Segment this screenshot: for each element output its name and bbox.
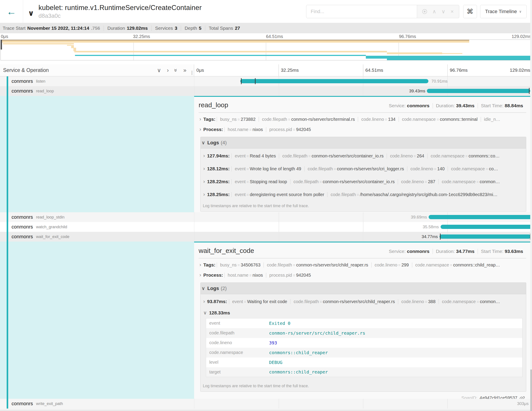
timeline-tick: 96.76ms: [450, 68, 468, 73]
trace-id: d8a3a0c: [38, 12, 202, 19]
indent-guide: [7, 86, 8, 96]
next-result-icon[interactable]: ∨: [441, 9, 446, 15]
span-row-write-exit-path[interactable]: conmonrs write_exit_path 303μs: [0, 399, 532, 409]
timeline-tick: 0μs: [196, 68, 204, 73]
table-row: event Exited 0: [206, 318, 522, 328]
find-tools: ∧ ∨ ×: [417, 5, 459, 18]
tags-accordion[interactable]: › Tags: busy_ns=273882 code.filepath=con…: [199, 114, 526, 124]
detail-indent-column: [0, 96, 194, 212]
span-bar[interactable]: [240, 79, 428, 83]
indent-guide: [7, 242, 8, 399]
logs-header[interactable]: ∨ Logs (2): [200, 283, 526, 294]
span-duration-label: 39.69ms: [411, 215, 427, 220]
prev-result-icon[interactable]: ∧: [432, 9, 436, 15]
collapse-all-icon[interactable]: »: [173, 69, 179, 72]
minimap-span-bar: [441, 53, 462, 54]
scrollbar-thumb[interactable]: [530, 370, 532, 411]
clear-search-icon[interactable]: ×: [451, 9, 454, 15]
span-bar[interactable]: [441, 225, 532, 229]
trace-minimap[interactable]: [0, 39, 532, 60]
log-entry[interactable]: › 93.87ms: event=Waiting for exit code c…: [202, 296, 524, 307]
span-bar[interactable]: [439, 235, 531, 239]
service-name: conmonrs: [11, 88, 33, 94]
chevron-right-icon: ›: [200, 262, 201, 268]
logs-accordion: ∨ Logs (2) › 93.87ms: event=Waiting for …: [200, 283, 526, 392]
span-table-header: Service & Operation ∨ › » » ∥ 0μs 32.25m…: [0, 64, 532, 76]
vertical-scrollbar[interactable]: [530, 0, 532, 411]
minimap-tick: 32.25ms: [133, 34, 150, 39]
expand-one-icon[interactable]: ›: [167, 67, 169, 73]
expand-all-icon[interactable]: »: [183, 67, 186, 73]
table-row: code.namespace conmonrs::child_reaper: [206, 348, 522, 357]
summary-depth: Depth 5: [181, 26, 205, 31]
keyboard-shortcuts-button[interactable]: ⌘: [463, 5, 477, 18]
span-row-read-loop-stdin[interactable]: conmonrs read_loop_stdin 39.69ms: [0, 212, 532, 222]
detail-duration: Duration: 34.77ms: [433, 249, 478, 254]
operation-name: listen: [36, 79, 46, 84]
log-field: code.namespace=conmon…: [439, 299, 503, 304]
tag-chip: code.namespace=conmonrs::child_reap…: [412, 263, 503, 268]
field-value: 393: [266, 338, 522, 348]
logs-header[interactable]: ∨ Logs (4): [200, 137, 526, 148]
tag-chip: code.namespace=conmonrs::terminal: [399, 117, 481, 122]
process-chip: process.pid=942045: [266, 273, 314, 278]
log-field: code.namespace=conmonrs::co…: [427, 153, 503, 158]
span-bar[interactable]: [427, 89, 530, 93]
span-row-listen[interactable]: conmonrs listen 70.91ms: [0, 76, 532, 86]
log-field: event=Read 4 bytes: [231, 153, 279, 158]
process-chip: host.name=nixos: [224, 273, 266, 278]
detail-title: read_loop: [199, 101, 228, 109]
chevron-down-icon: ∨: [203, 310, 207, 316]
span-duration-label: 39.43ms: [409, 88, 425, 93]
chevron-right-icon: ›: [200, 127, 201, 132]
summary-trace-start: Trace Start November 15 2022, 11:24:14.7…: [0, 26, 104, 31]
field-key: target: [206, 367, 266, 377]
span-row-wait-for-exit-code[interactable]: conmonrs wait_for_exit_code 34.77ms: [0, 232, 532, 242]
span-row-read-loop[interactable]: conmonrs read_loop 39.43ms: [0, 86, 532, 96]
minimap-tick: 96.76ms: [399, 34, 416, 39]
service-name: conmonrs: [11, 401, 33, 407]
column-resize-handle[interactable]: ∥: [191, 70, 193, 75]
log-field: code.filepath=conmon-rs/server/src/cri_l…: [304, 166, 407, 171]
field-key: code.lineno: [206, 338, 266, 348]
log-entry[interactable]: › 128.12ms: event=Wrote log line of leng…: [202, 163, 524, 174]
minimap-span-bar: [387, 58, 531, 60]
link-icon[interactable]: [520, 395, 525, 399]
log-entry[interactable]: › 128.25ms: event=deregistering event so…: [202, 189, 524, 200]
minimap-drag-handle[interactable]: [1, 40, 2, 49]
span-row-watch-grandchild[interactable]: conmonrs watch_grandchild 35.58ms: [0, 222, 532, 232]
trace-view-selector[interactable]: Trace Timeline ∨: [480, 5, 527, 18]
back-button[interactable]: ←: [0, 0, 23, 23]
logs-note: Log timestamps are relative to the start…: [200, 380, 526, 391]
divider: [199, 258, 526, 258]
log-entry-expanded[interactable]: ∨ 128.33ms: [202, 308, 524, 318]
log-entry[interactable]: › 128.22ms: event=Stopping read loop cod…: [202, 176, 524, 187]
minimap-tick: 129.02ms: [512, 34, 531, 39]
minimap-tick: 0μs: [1, 34, 8, 39]
arrow-left-icon: ←: [7, 6, 16, 17]
indent-guide: [7, 232, 8, 242]
process-accordion[interactable]: › Process: host.name=nixos process.pid=9…: [199, 270, 526, 280]
focus-icon[interactable]: [422, 9, 427, 14]
log-entry[interactable]: › 127.94ms: event=Read 4 bytes code.file…: [202, 150, 524, 161]
search-input[interactable]: [306, 5, 417, 18]
span-duration-label: 35.58ms: [423, 225, 439, 229]
process-accordion[interactable]: › Process: host.name=nixos process.pid=9…: [199, 124, 526, 135]
span-duration-label: 70.91ms: [431, 79, 448, 84]
span-bar[interactable]: [429, 215, 532, 219]
tags-accordion[interactable]: › Tags: busy_ns=34506763 code.filepath=c…: [199, 260, 526, 270]
summary-duration: Duration 129.02ms: [104, 26, 151, 31]
title-collapse-toggle[interactable]: ∨: [28, 9, 34, 18]
log-field: code.lineno=388: [398, 299, 439, 304]
minimap-tick: 64.51ms: [266, 34, 283, 39]
field-value: conmonrs::child_reaper: [266, 367, 522, 377]
operation-name: watch_grandchild: [36, 225, 67, 229]
title-block: kubelet: runtime.v1.RuntimeService/Creat…: [38, 4, 202, 19]
horizontal-scrollbar[interactable]: [0, 410, 532, 411]
span-detail-wait-for-exit-code: wait_for_exit_code Service: conmonrs Dur…: [0, 242, 532, 399]
tag-chip: code.filepath=conmon-rs/server/src/termi…: [259, 117, 358, 122]
collapse-one-icon[interactable]: ∨: [157, 67, 161, 73]
log-marker: [255, 78, 256, 84]
table-row: level DEBUG: [206, 357, 522, 367]
timeline-tick: 129.02ms: [510, 68, 530, 73]
